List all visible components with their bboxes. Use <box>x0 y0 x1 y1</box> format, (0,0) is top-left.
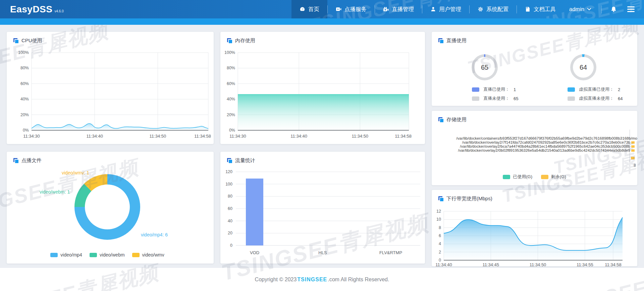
legend-item-wmv[interactable]: video/wmv <box>132 252 164 258</box>
nav-item-doc-tools[interactable]: 文档工具 <box>517 0 564 18</box>
legend-chip <box>568 96 575 101</box>
svg-text:11:34:30: 11:34:30 <box>229 134 246 139</box>
copyright-text: Copyright © 2023 <box>255 277 297 283</box>
live-gauge-legend: 直播已使用： 1 直播未使用： 65 <box>472 86 518 101</box>
svg-text:20: 20 <box>228 231 232 235</box>
legend-chip <box>132 253 140 257</box>
legend-value: 1 <box>514 87 516 92</box>
chart-panel-icon <box>438 117 443 122</box>
svg-text:11:34:50: 11:34:50 <box>352 134 368 139</box>
traffic-bar-chart: 020406080100120VODHLSFLV&RTMP <box>220 166 425 261</box>
nav-label: 点播服务 <box>344 6 367 13</box>
panel-storage-usage: 存储使用 /var/lib/docker/containers/b93f553f… <box>432 111 637 185</box>
legend-row: 直播已使用： 1 <box>472 86 518 92</box>
nav-item-vod-service[interactable]: 点播服务 <box>328 0 375 18</box>
nav-label: 直播管理 <box>392 6 414 13</box>
nav-item-live-manage[interactable]: 直播管理 <box>375 0 422 18</box>
svg-text:60%: 60% <box>20 81 29 86</box>
nav-item-user-manage[interactable]: 用户管理 <box>422 0 469 18</box>
cpu-usage-chart: 11:34:3011:34:4011:34:5011:34:580%20%40%… <box>7 45 214 142</box>
panel-title-text: 流量统计 <box>235 157 255 164</box>
panel-title-text: CPU使用 <box>21 38 42 44</box>
storage-path-label: /var/lib/docker/overlay2/bca7a44740bd4a2… <box>460 144 630 148</box>
legend-label: video/webm <box>100 252 125 258</box>
gauge-value: 64 <box>570 54 596 80</box>
panel-title: 下行带宽使用(Mbps) <box>432 190 637 202</box>
virtual-live-used-gauge: 64 <box>570 54 596 80</box>
nav-item-home[interactable]: 首页 <box>291 0 327 18</box>
svg-text:11:34:58: 11:34:58 <box>605 262 622 267</box>
notifications-button[interactable] <box>608 4 619 15</box>
svg-text:100%: 100% <box>18 50 29 55</box>
svg-text:FLV&RTMP: FLV&RTMP <box>379 250 402 255</box>
svg-text:80: 80 <box>228 194 232 199</box>
menu-toggle-button[interactable] <box>627 6 635 12</box>
legend-item-webm[interactable]: video/webm <box>90 252 125 258</box>
svg-text:40%: 40% <box>227 97 235 101</box>
chart-panel-icon <box>438 196 443 201</box>
storage-row: /var/lib/docker/overlay2/bca7a44740bd4a2… <box>434 144 637 148</box>
svg-text:11:34:40: 11:34:40 <box>86 134 103 139</box>
legend-chip <box>90 253 97 257</box>
panel-title-text: 直播使用 <box>446 38 467 44</box>
app-logo[interactable]: EasyDSS v4.6.0 <box>10 4 64 15</box>
storage-path-label: /var/lib/docker/overlay2/7f141fda72cafd0… <box>462 140 630 144</box>
svg-text:8: 8 <box>439 225 441 230</box>
svg-text:6: 6 <box>439 233 441 238</box>
nav-label: 文档工具 <box>534 6 556 13</box>
svg-text:0: 0 <box>439 258 441 263</box>
chart-panel-icon <box>13 158 18 163</box>
bell-icon <box>610 6 617 12</box>
storage-path-label: /var/lib/docker/overlay2/0b02f8919536326… <box>458 148 631 152</box>
nav-divider <box>601 5 602 13</box>
legend-label: video/wmv <box>142 252 164 258</box>
legend-label: 虚拟直播未使用： <box>579 95 614 101</box>
legend-item-mp4[interactable]: video/mp4 <box>50 252 82 258</box>
svg-text:80%: 80% <box>227 66 235 70</box>
chevron-down-icon <box>587 8 591 11</box>
svg-text:40: 40 <box>228 219 232 223</box>
svg-text:0: 0 <box>230 243 232 248</box>
legend-row: 直播未使用： 65 <box>472 95 518 101</box>
navbar: EasyDSS v4.6.0 首页 点播服务 直播管理 用户管理 系统配置 <box>0 0 644 18</box>
panel-title: 内存使用 <box>220 32 425 44</box>
legend-chip <box>472 87 479 92</box>
panel-title: 点播文件 <box>7 152 214 164</box>
remaining-bar <box>631 141 635 144</box>
legend-label: 已使用(G) <box>513 174 532 180</box>
user-menu[interactable]: admin <box>565 6 595 12</box>
remaining-bar <box>631 157 635 159</box>
svg-text:VOD: VOD <box>250 250 259 255</box>
svg-text:11:34:40: 11:34:40 <box>290 134 307 139</box>
panel-memory-usage: 内存使用 11:34:3011:34:4011:34:5011:34:580%2… <box>220 32 425 144</box>
svg-text:11:34:58: 11:34:58 <box>194 134 211 139</box>
panel-title-text: 点播文件 <box>21 157 42 164</box>
svg-text:0%: 0% <box>229 128 235 133</box>
brand-logo-text[interactable]: TSINGSEE <box>297 277 327 283</box>
panel-title: 流量统计 <box>220 152 425 164</box>
legend-item-remaining[interactable]: 剩余(G) <box>541 174 566 180</box>
legend-label: 虚拟直播已使用： <box>579 86 614 92</box>
clipped-axis-tick: 8 <box>634 163 636 168</box>
app-title: EasyDSS <box>10 4 52 15</box>
legend-label: 直播已使用： <box>483 86 509 92</box>
app-version: v4.6.0 <box>54 9 63 13</box>
panel-vod-files: 点播文件 video/wmv: 1 video/webm: 1 video/mp… <box>7 152 214 264</box>
svg-text:80%: 80% <box>20 66 29 70</box>
document-icon <box>525 6 531 12</box>
storage-row: /var/lib/docker/overlay2/7f141fda72cafd0… <box>434 140 637 144</box>
panel-title: CPU使用 <box>7 32 214 44</box>
nav-item-system-config[interactable]: 系统配置 <box>470 0 517 18</box>
bandwidth-area-chart: 11:34:4011:34:4511:34:5011:34:5511:34:58… <box>432 205 637 271</box>
legend-value: 65 <box>514 96 518 101</box>
svg-text:12: 12 <box>436 209 441 214</box>
camcorder-icon <box>383 6 389 12</box>
svg-text:0%: 0% <box>23 128 29 133</box>
legend-chip <box>50 253 58 257</box>
chart-panel-icon <box>227 158 232 163</box>
storage-row: /var/lib/docker/overlay2/0b02f8919536326… <box>434 148 637 152</box>
dashboard-icon <box>300 6 305 12</box>
svg-text:HLS: HLS <box>318 250 327 255</box>
legend-item-used[interactable]: 已使用(G) <box>503 174 532 180</box>
gauge-value: 65 <box>472 54 498 80</box>
